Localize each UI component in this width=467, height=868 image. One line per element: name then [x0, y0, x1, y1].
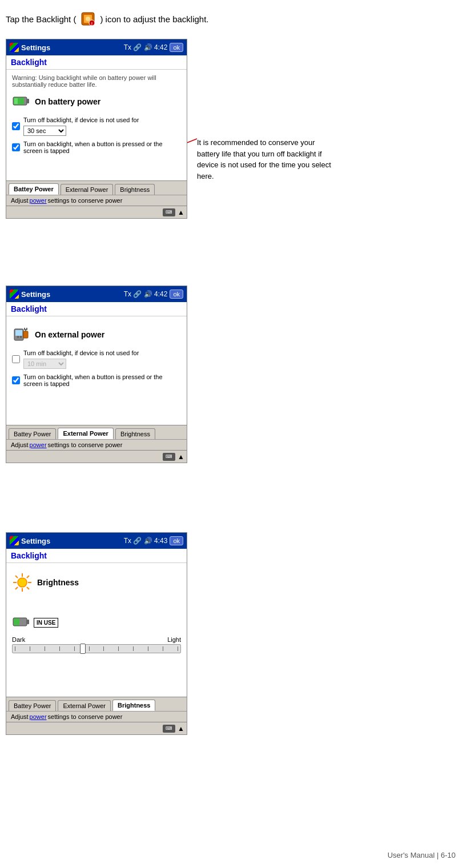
checkbox-turnon-2[interactable] — [12, 376, 20, 384]
panel-battery: Settings Tx 🔗 🔊 4:42 ok Backlight Warnin… — [6, 39, 187, 219]
taskbar-1: ⌨ ▲ — [6, 206, 187, 218]
header-text-before: Tap the Backlight ( — [6, 14, 76, 24]
status-icons-3: Tx 🔗 🔊 4:43 — [124, 537, 168, 545]
svg-rect-29 — [27, 620, 29, 624]
taskbar-2: ⌨ ▲ — [6, 450, 187, 463]
title-bar-2: Settings Tx 🔗 🔊 4:42 ok — [6, 286, 187, 302]
footer-power-link-2[interactable]: power — [30, 441, 47, 448]
status-icons-1: Tx 🔗 🔊 4:42 — [124, 43, 168, 51]
ok-button-1[interactable]: ok — [170, 43, 183, 52]
slider-labels-3: Dark Light — [12, 636, 181, 643]
footer-power-link-1[interactable]: power — [30, 197, 47, 204]
checkbox-row-1a: Turn off backlight, if device is not use… — [12, 116, 181, 136]
checkbox-row-2b: Turn on backlight, when a button is pres… — [12, 373, 181, 387]
checkbox-turnoff-1[interactable] — [12, 122, 20, 130]
keyboard-icon-3[interactable]: ⌨ — [163, 725, 175, 733]
section-title-row-3: Brightness — [12, 572, 181, 593]
tab-external-1[interactable]: External Power — [61, 184, 114, 195]
status-icons-2: Tx 🔗 🔊 4:42 — [124, 290, 168, 298]
checkbox-label-1a: Turn off backlight, if device is not use… — [23, 116, 139, 123]
panel-external: Settings Tx 🔗 🔊 4:42 ok Backlight On ext — [6, 286, 187, 463]
footer-text-after-3: settings to conserve power — [48, 713, 123, 720]
windows-logo-2 — [10, 290, 19, 299]
slider-ticks-3 — [13, 646, 180, 651]
section-title-row-1: On battery power — [12, 93, 181, 111]
section-title-1: On battery power — [35, 97, 100, 106]
tab-bar-3: Battey Power External Power Brightness — [6, 697, 187, 711]
footer-text-after-1: settings to conserve power — [48, 197, 123, 204]
ok-button-3[interactable]: ok — [170, 536, 183, 545]
backlight-label-3: Backlight — [11, 551, 47, 560]
tab-battery-2[interactable]: Battey Power — [9, 428, 56, 439]
keyboard-icon-2[interactable]: ⌨ — [163, 453, 175, 461]
in-use-battery-icon — [12, 613, 30, 632]
warning-text-1: Warning: Using backlight while on batter… — [12, 74, 181, 88]
annotation-text: It is recommended to conserve your batte… — [197, 138, 331, 180]
tab-external-3[interactable]: External Power — [58, 700, 111, 711]
panel-brightness: Settings Tx 🔗 🔊 4:43 ok Backlight — [6, 532, 187, 735]
backlight-icon: ! — [79, 10, 96, 27]
title-bar-right-1: Tx 🔗 🔊 4:42 ok — [124, 43, 183, 52]
light-label-3: Light — [167, 636, 181, 643]
tab-battery-3[interactable]: Battey Power — [9, 700, 56, 711]
svg-point-2 — [86, 17, 90, 21]
title-bar-1: Settings Tx 🔗 🔊 4:42 ok — [6, 39, 187, 55]
dropdown-time-2: 10 min — [23, 359, 66, 369]
svg-rect-10 — [14, 98, 18, 104]
scroll-arrow-3[interactable]: ▲ — [178, 725, 184, 733]
checkbox-row-2a: Turn off backlight, if device is not use… — [12, 349, 181, 369]
svg-point-19 — [18, 578, 27, 587]
title-text-1: Settings — [21, 43, 50, 52]
title-text-3: Settings — [21, 537, 50, 545]
footer-adjust-1: Adjust — [11, 197, 29, 204]
tab-external-2[interactable]: External Power — [58, 428, 113, 439]
tab-brightness-3[interactable]: Brightness — [112, 700, 155, 711]
section-title-2: On external power — [35, 330, 104, 339]
tab-brightness-2[interactable]: Brightness — [115, 428, 155, 439]
taskbar-3: ⌨ ▲ — [6, 722, 187, 734]
ok-button-2[interactable]: ok — [170, 290, 183, 299]
section-title-row-2: On external power — [12, 326, 181, 344]
page-footer-text: User's Manual | 6-10 — [388, 851, 456, 859]
dropdown-time-1[interactable]: 30 sec 1 min 2 min 5 min 10 min — [23, 126, 66, 136]
svg-rect-30 — [14, 618, 19, 625]
title-bar-left-1: Settings — [10, 43, 50, 52]
backlight-header-1: Backlight — [6, 55, 187, 70]
backlight-header-3: Backlight — [6, 549, 187, 563]
keyboard-icon-1[interactable]: ⌨ — [163, 208, 175, 216]
svg-line-24 — [15, 576, 18, 578]
page-footer: User's Manual | 6-10 — [388, 851, 456, 859]
tab-battery-1[interactable]: Battey Power — [9, 183, 59, 195]
dropdown-inline-1: Turn off backlight, if device is not use… — [23, 116, 181, 136]
windows-logo-1 — [10, 43, 19, 52]
title-bar-left-2: Settings — [10, 290, 50, 299]
title-text-2: Settings — [21, 290, 50, 299]
svg-line-26 — [27, 576, 29, 578]
checkbox-turnoff-2[interactable] — [12, 355, 20, 363]
footer-text-after-2: settings to conserve power — [48, 441, 123, 448]
dark-label-3: Dark — [12, 636, 25, 643]
slider-track-3[interactable] — [12, 644, 181, 653]
panel-footer-3: Adjust power settings to conserve power — [6, 711, 187, 722]
panel-content-2: On external power Turn off backlight, if… — [6, 316, 187, 425]
scroll-arrow-2[interactable]: ▲ — [178, 453, 184, 461]
slider-thumb-3[interactable] — [80, 644, 86, 654]
footer-power-link-3[interactable]: power — [30, 713, 47, 720]
title-bar-3: Settings Tx 🔗 🔊 4:43 ok — [6, 533, 187, 549]
battery-icon-1 — [12, 93, 30, 111]
scroll-arrow-1[interactable]: ▲ — [178, 208, 184, 216]
footer-adjust-2: Adjust — [11, 441, 29, 448]
checkbox-label-2b: Turn on backlight, when a button is pres… — [23, 373, 181, 387]
panel-footer-2: Adjust power settings to conserve power — [6, 439, 187, 450]
panel-content-1: Warning: Using backlight while on batter… — [6, 70, 187, 180]
tab-brightness-1[interactable]: Brightness — [115, 184, 155, 195]
in-use-row-3: IN USE — [12, 613, 181, 632]
windows-logo-3 — [10, 536, 19, 545]
svg-rect-13 — [17, 336, 19, 338]
header-text-after: ) icon to adjust the backlight. — [100, 14, 208, 24]
checkbox-turnon-1[interactable] — [12, 143, 20, 151]
panel-footer-1: Adjust power settings to conserve power — [6, 195, 187, 206]
sun-icon-3 — [12, 572, 33, 593]
backlight-header-2: Backlight — [6, 302, 187, 316]
external-power-icon-2 — [12, 326, 30, 344]
